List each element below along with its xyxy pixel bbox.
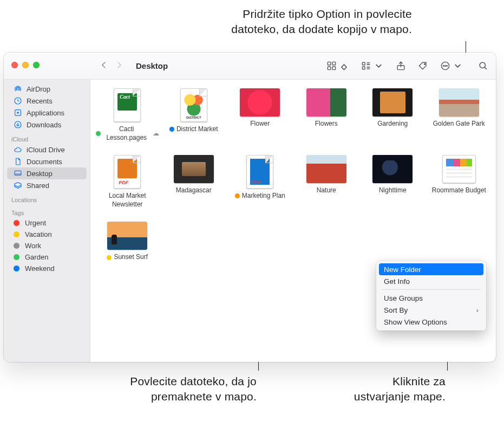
svg-rect-5 (362, 67, 365, 69)
file-item[interactable]: Flower (228, 88, 292, 142)
file-item[interactable]: Nature (295, 155, 358, 209)
file-item[interactable]: Roommate Budget (428, 155, 491, 209)
sidebar-label: Downloads (27, 121, 61, 129)
menu-label: Get Info (384, 277, 410, 286)
menu-item-new-folder[interactable]: New Folder (379, 263, 483, 275)
sidebar: AirDropRecentsApplicationsDownloadsiClou… (4, 80, 90, 362)
file-thumbnail (306, 155, 346, 183)
sidebar-item-recents[interactable]: Recents (7, 95, 87, 107)
tags-button[interactable] (418, 61, 428, 71)
file-item[interactable]: Sunset Surf (96, 222, 159, 262)
back-button[interactable] (99, 60, 109, 72)
svg-rect-0 (328, 62, 331, 65)
location-title: Desktop (136, 61, 168, 70)
sidebar-item-shared[interactable]: Shared (7, 179, 87, 191)
tag-dot-icon (96, 131, 101, 136)
sidebar-item-downloads[interactable]: Downloads (7, 119, 87, 131)
menu-item-show-view-options[interactable]: Show View Options (376, 316, 486, 328)
cloud-icon: ☁︎ (153, 129, 159, 138)
tag-dot-icon (235, 193, 240, 198)
minimize-button[interactable] (22, 62, 29, 68)
file-item[interactable]: Gardening (361, 88, 424, 142)
tag-dot-icon (14, 220, 19, 226)
sidebar-tag-work[interactable]: Work (7, 240, 87, 251)
menu-label: Show View Options (384, 318, 447, 326)
tag-dot-icon (14, 254, 19, 260)
svg-point-15 (447, 66, 448, 67)
sidebar-label: Desktop (27, 170, 53, 178)
svg-line-17 (485, 67, 487, 69)
file-label: Gardening (377, 120, 408, 128)
menu-label: Sort By (384, 306, 408, 314)
zoom-button[interactable] (33, 62, 40, 68)
sidebar-tag-urgent[interactable]: Urgent (7, 217, 87, 229)
section-header-tags: Tags (4, 204, 90, 217)
sidebar-tag-garden[interactable]: Garden (7, 251, 87, 263)
sidebar-label: Applications (27, 109, 64, 117)
file-thumbnail (240, 88, 280, 116)
file-item[interactable]: Cacti Lesson.pages ☁︎ (96, 88, 159, 142)
tag-dot-icon (169, 127, 174, 132)
menu-item-use-groups[interactable]: Use Groups (376, 292, 486, 304)
sidebar-item-desktop[interactable]: Desktop (7, 167, 87, 179)
file-item[interactable]: Marketing Plan (228, 155, 292, 209)
sidebar-item-icloud-drive[interactable]: iCloud Drive (7, 144, 87, 156)
file-label: Local Market Newsletter (96, 192, 159, 209)
content-area[interactable]: Cacti Lesson.pages ☁︎District MarketFlow… (90, 80, 496, 362)
file-item[interactable]: District Market (162, 88, 226, 142)
sidebar-item-airdrop[interactable]: AirDrop (7, 83, 87, 95)
file-label: Madagascar (176, 186, 212, 195)
file-label: Golden Gate Park (433, 120, 485, 128)
titlebar: Desktop (4, 53, 496, 80)
toolbar (326, 61, 488, 71)
chevron-right-icon: › (476, 306, 479, 314)
svg-rect-4 (362, 62, 365, 65)
menu-label: Use Groups (384, 294, 423, 302)
nav-controls: Desktop (99, 60, 168, 72)
sidebar-tag-vacation[interactable]: Vacation (7, 229, 87, 240)
file-label: Sunset Surf (107, 253, 148, 262)
file-item[interactable]: Nighttime (361, 155, 424, 209)
file-label: Flowers (315, 120, 338, 128)
tag-dot-icon (14, 265, 19, 271)
svg-rect-8 (366, 67, 370, 68)
file-label: Cacti Lesson.pages ☁︎ (96, 125, 159, 142)
file-label: Nighttime (379, 186, 407, 195)
svg-point-13 (443, 66, 444, 67)
traffic-lights (11, 62, 40, 68)
menu-item-sort-by[interactable]: Sort By› (376, 304, 486, 316)
section-header-icloud: iCloud (4, 131, 90, 144)
file-thumbnail (246, 155, 273, 189)
file-item[interactable]: Local Market Newsletter (96, 155, 159, 209)
menu-separator (382, 289, 481, 290)
close-button[interactable] (11, 62, 18, 68)
sidebar-item-documents[interactable]: Documents (7, 156, 87, 167)
search-button[interactable] (478, 61, 488, 71)
sidebar-tag-weekend[interactable]: Weekend (7, 263, 87, 274)
file-label: Marketing Plan (235, 192, 285, 200)
forward-button[interactable] (114, 60, 124, 72)
tag-label: Garden (25, 253, 48, 261)
menu-item-get-info[interactable]: Get Info (376, 275, 486, 287)
sidebar-item-applications[interactable]: Applications (7, 107, 87, 119)
file-thumbnail (306, 88, 346, 116)
finder-window: Desktop A (4, 53, 496, 362)
svg-rect-6 (366, 62, 370, 63)
share-button[interactable] (396, 61, 406, 71)
section-header-locations: Locations (4, 191, 90, 204)
sidebar-label: Shared (27, 182, 49, 190)
file-item[interactable]: Flowers (295, 88, 358, 142)
more-button[interactable] (440, 61, 463, 71)
file-item[interactable]: Madagascar (162, 155, 226, 209)
menu-label: New Folder (384, 265, 421, 274)
svg-rect-22 (15, 171, 21, 175)
tag-label: Vacation (25, 230, 52, 238)
tag-dot-icon (14, 243, 19, 249)
file-label: Nature (317, 186, 336, 195)
svg-point-16 (480, 62, 485, 68)
file-thumbnail (114, 88, 141, 122)
view-switcher[interactable] (326, 61, 349, 71)
file-item[interactable]: Golden Gate Park (428, 88, 491, 142)
group-by-button[interactable] (361, 61, 384, 71)
tag-label: Work (25, 242, 41, 250)
